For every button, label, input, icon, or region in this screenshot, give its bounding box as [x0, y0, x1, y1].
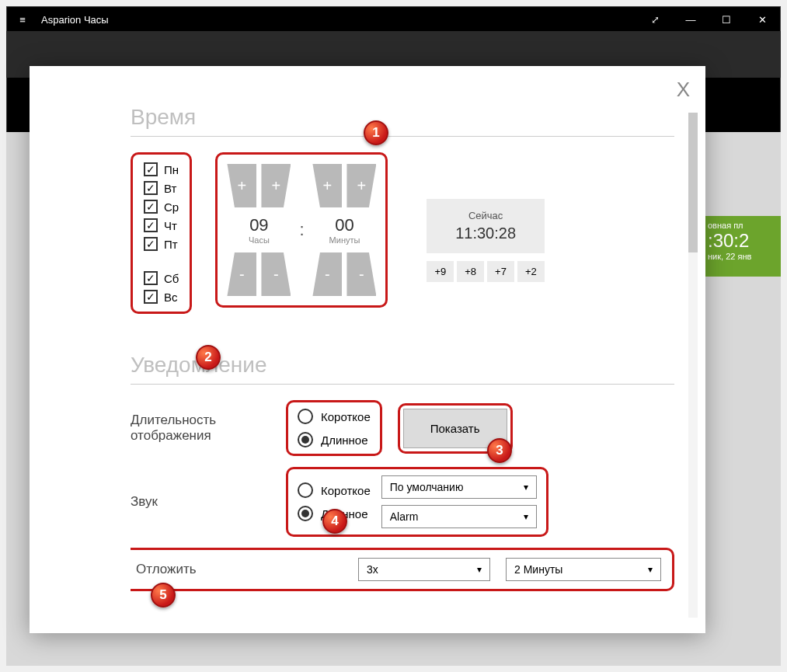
- checkbox-tue[interactable]: [144, 181, 158, 195]
- section-title-time: Время: [131, 105, 674, 130]
- chevron-down-icon: ▾: [524, 511, 528, 522]
- annotation-marker-4: 4: [322, 509, 347, 534]
- radio-sound-short[interactable]: [298, 482, 313, 498]
- day-label: Чт: [164, 219, 177, 232]
- radio-sound-long[interactable]: [298, 506, 313, 521]
- checkbox-thu[interactable]: [144, 218, 158, 232]
- day-mon[interactable]: Пн: [144, 162, 179, 176]
- minutes-value: 00: [314, 215, 376, 235]
- expand-icon[interactable]: ⤢: [637, 7, 673, 32]
- scrollbar-thumb[interactable]: [688, 113, 698, 252]
- day-fri[interactable]: Пт: [144, 237, 179, 251]
- day-thu[interactable]: Чт: [144, 218, 179, 232]
- duration-radio-group: Короткое Длинное: [286, 400, 382, 456]
- live-tile: овная пл :30:2 ник, 22 янв: [703, 216, 781, 277]
- select-value: По умолчанию: [390, 481, 464, 493]
- sound-default-select[interactable]: По умолчанию▾: [381, 475, 537, 499]
- select-value: Alarm: [390, 510, 419, 523]
- snooze-count-select[interactable]: 3x▾: [358, 558, 490, 581]
- hour-ones-up[interactable]: +: [261, 164, 291, 207]
- hours-value: 09: [228, 215, 290, 235]
- time-colon: :: [299, 220, 304, 240]
- annotation-marker-1: 1: [364, 120, 388, 145]
- offset-plus-9[interactable]: +9: [427, 261, 454, 282]
- chevron-down-icon: ▾: [477, 564, 482, 575]
- hour-tens-up[interactable]: +: [227, 164, 256, 207]
- annotation-marker-2: 2: [196, 345, 221, 370]
- hamburger-menu-icon[interactable]: ≡: [7, 14, 38, 26]
- offset-plus-8[interactable]: +8: [457, 261, 484, 282]
- checkbox-wed[interactable]: [144, 200, 158, 214]
- checkbox-sun[interactable]: [144, 290, 158, 304]
- minute-ones-up[interactable]: +: [346, 164, 376, 207]
- duration-label: Длительность отображения: [131, 413, 270, 444]
- radio-short[interactable]: [298, 409, 313, 424]
- select-value: 3x: [367, 563, 378, 576]
- divider: [131, 136, 674, 137]
- radio-label: Короткое: [321, 484, 371, 497]
- checkbox-fri[interactable]: [144, 237, 158, 251]
- maximize-icon[interactable]: ☐: [709, 7, 744, 32]
- day-sun[interactable]: Вс: [144, 290, 179, 304]
- radio-label: Длинное: [321, 433, 368, 447]
- snooze-label: Отложить: [136, 562, 276, 577]
- minutes-label: Минуты: [314, 235, 376, 245]
- chevron-down-icon: ▾: [524, 482, 528, 493]
- now-label: Сейчас: [448, 210, 522, 221]
- day-label: Пн: [164, 163, 179, 176]
- now-block: Сейчас 11:30:28 +9 +8 +7 +2: [427, 199, 544, 282]
- time-picker: + + + + 09 Часы : 00 Минуты: [215, 152, 388, 308]
- snooze-duration-select[interactable]: 2 Минуты▾: [506, 558, 661, 581]
- offset-plus-7[interactable]: +7: [487, 261, 514, 282]
- sound-alarm-select[interactable]: Alarm▾: [381, 505, 537, 528]
- hour-tens-down[interactable]: -: [227, 252, 256, 296]
- hours-label: Часы: [228, 235, 290, 245]
- day-label: Пт: [164, 238, 178, 251]
- select-value: 2 Минуты: [514, 563, 562, 576]
- tile-time: :30:2: [708, 230, 776, 252]
- snooze-row: Отложить 3x▾ 2 Минуты▾: [131, 548, 674, 591]
- sound-label: Звук: [131, 494, 270, 510]
- radio-long[interactable]: [298, 432, 313, 447]
- day-label: Ср: [164, 200, 179, 214]
- minute-ones-down[interactable]: -: [346, 252, 376, 296]
- minute-tens-down[interactable]: -: [312, 252, 342, 296]
- window-controls: ⤢ — ☐ ✕: [637, 7, 780, 32]
- chevron-down-icon: ▾: [648, 564, 653, 575]
- minute-tens-up[interactable]: +: [312, 164, 342, 207]
- day-label: Вс: [164, 291, 178, 304]
- offset-plus-2[interactable]: +2: [517, 261, 545, 282]
- checkbox-mon[interactable]: [144, 162, 158, 176]
- day-sat[interactable]: Сб: [144, 271, 179, 285]
- annotation-marker-5: 5: [151, 583, 176, 608]
- sound-short-option[interactable]: Короткое: [298, 482, 371, 498]
- day-tue[interactable]: Вт: [144, 181, 179, 195]
- now-box[interactable]: Сейчас 11:30:28: [427, 199, 544, 253]
- tile-date: ник, 22 янв: [708, 252, 776, 261]
- duration-short-option[interactable]: Короткое: [298, 409, 371, 424]
- divider: [131, 384, 674, 385]
- duration-long-option[interactable]: Длинное: [298, 432, 371, 447]
- checkbox-sat[interactable]: [144, 271, 158, 285]
- close-window-icon[interactable]: ✕: [744, 7, 780, 32]
- settings-modal: X Время Пн Вт Ср Чт Пт Сб Вс + +: [30, 66, 705, 633]
- radio-label: Короткое: [321, 410, 371, 423]
- day-label: Сб: [164, 272, 179, 285]
- day-label: Вт: [164, 182, 176, 195]
- app-title: Asparion Часы: [38, 14, 637, 26]
- annotation-marker-3: 3: [487, 438, 512, 463]
- weekday-selector: Пн Вт Ср Чт Пт Сб Вс: [131, 152, 192, 314]
- minimize-icon[interactable]: —: [673, 7, 709, 32]
- now-time: 11:30:28: [448, 225, 522, 242]
- modal-close-button[interactable]: X: [677, 78, 690, 102]
- tile-label: овная пл: [708, 221, 776, 230]
- hour-ones-down[interactable]: -: [261, 252, 291, 296]
- day-wed[interactable]: Ср: [144, 200, 179, 214]
- titlebar: ≡ Asparion Часы ⤢ — ☐ ✕: [7, 7, 780, 32]
